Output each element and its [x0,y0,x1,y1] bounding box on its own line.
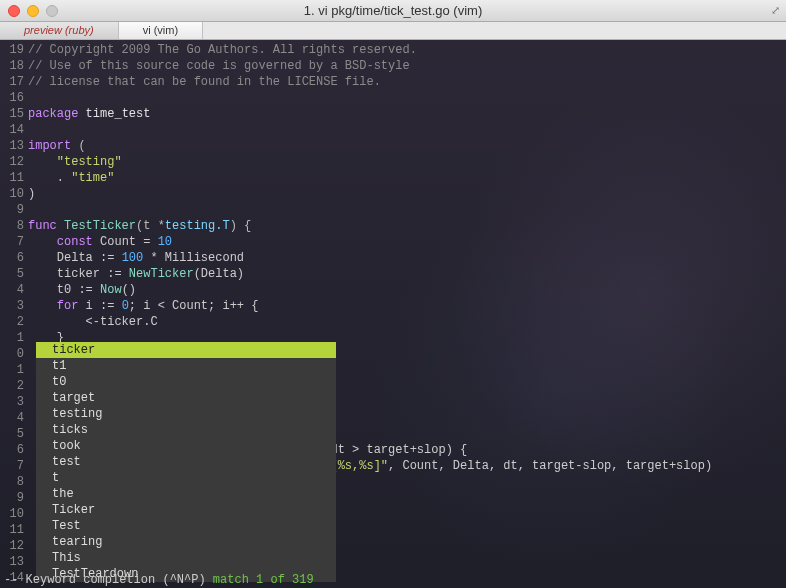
code-text: // Use of this source code is governed b… [28,58,410,74]
code-text: const Count = 10 [28,234,172,250]
code-text: func TestTicker(t *testing.T) { [28,218,251,234]
titlebar: 1. vi pkg/time/tick_test.go (vim) ⤢ [0,0,786,22]
line-number: 13 [0,554,28,570]
line-number: 0 [0,346,28,362]
line-number: 12 [0,538,28,554]
traffic-lights [8,5,58,17]
completion-item[interactable]: testing [36,406,336,422]
line-number: 4 [0,282,28,298]
completion-item[interactable]: test [36,454,336,470]
line-number: 1 [0,330,28,346]
completion-item[interactable]: ticks [36,422,336,438]
line-number: 3 [0,298,28,314]
line-number: 16 [0,90,28,106]
line-number: 5 [0,266,28,282]
tab-preview[interactable]: preview (ruby) [0,22,119,39]
completion-item[interactable]: the [36,486,336,502]
completion-item[interactable]: target [36,390,336,406]
completion-menu[interactable]: ticker t1 t0 target testing ticks took t… [36,342,336,582]
zoom-icon[interactable] [46,5,58,17]
line-number: 10 [0,506,28,522]
line-number: 17 [0,74,28,90]
line-number: 6 [0,250,28,266]
code-text: . "time" [28,170,114,186]
line-number: 11 [0,522,28,538]
code-text: ) [28,186,35,202]
line-number: 1 [0,362,28,378]
code-text: ticker := NewTicker(Delta) [28,266,244,282]
code-text: for i := 0; i < Count; i++ { [28,298,258,314]
completion-item[interactable]: t0 [36,374,336,390]
editor[interactable]: 19// Copyright 2009 The Go Authors. All … [0,40,786,588]
completion-item[interactable]: tearing [36,534,336,550]
line-number: 11 [0,170,28,186]
line-number: 10 [0,186,28,202]
close-icon[interactable] [8,5,20,17]
code-text: // license that can be found in the LICE… [28,74,381,90]
status-match: match 1 of 319 [213,573,314,587]
code-text: package time_test [28,106,150,122]
completion-item[interactable]: Test [36,518,336,534]
status-mode: -- Keyword completion (^N^P) [4,573,213,587]
completion-item[interactable]: t1 [36,358,336,374]
code-text: "testing" [28,154,122,170]
tab-vim[interactable]: vi (vim) [119,22,203,39]
line-number: 8 [0,474,28,490]
code-text: Delta := 100 * Millisecond [28,250,244,266]
completion-item[interactable]: t [36,470,336,486]
line-number: 15 [0,106,28,122]
line-number: 14 [0,122,28,138]
resize-icon[interactable]: ⤢ [771,4,780,17]
code-text: import ( [28,138,86,154]
line-number: 2 [0,378,28,394]
line-number: 3 [0,394,28,410]
tabbar: preview (ruby) vi (vim) [0,22,786,40]
code-text: <-ticker.C [28,314,158,330]
line-number: 19 [0,42,28,58]
line-number: 5 [0,426,28,442]
completion-item[interactable]: ticker [36,342,336,358]
line-number: 9 [0,202,28,218]
line-number: 6 [0,442,28,458]
code-text: // Copyright 2009 The Go Authors. All ri… [28,42,417,58]
line-number: 4 [0,410,28,426]
line-number: 2 [0,314,28,330]
line-number: 13 [0,138,28,154]
line-number: 12 [0,154,28,170]
line-number: 18 [0,58,28,74]
line-number: 7 [0,234,28,250]
completion-item[interactable]: This [36,550,336,566]
line-number: 7 [0,458,28,474]
code-text: t0 := Now() [28,282,136,298]
completion-item[interactable]: Ticker [36,502,336,518]
line-number: 8 [0,218,28,234]
statusbar: -- Keyword completion (^N^P) match 1 of … [0,572,786,588]
line-number: 9 [0,490,28,506]
minimize-icon[interactable] [27,5,39,17]
window-title: 1. vi pkg/time/tick_test.go (vim) [304,3,482,18]
completion-item[interactable]: took [36,438,336,454]
